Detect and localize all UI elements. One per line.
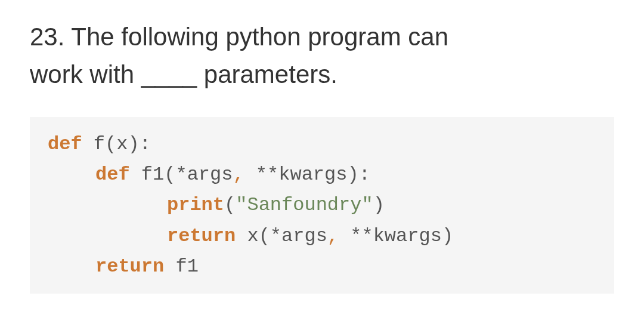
question-line2: work with ____ parameters. [30,60,338,88]
code-text: **kwargs): [244,164,370,186]
code-text: **kwargs) [339,225,453,247]
code-block: def f(x): def f1(*args, **kwargs): print… [30,117,614,294]
question-line1: The following python program can [71,23,448,51]
keyword-return: return [167,225,236,247]
code-text: f1(*args [130,164,233,186]
keyword-def: def [48,133,82,155]
keyword-return: return [95,255,164,277]
code-text: ( [224,194,236,216]
string-literal: "Sanfoundry" [236,194,373,216]
code-line-2: def f1(*args, **kwargs): [48,159,596,190]
code-line-5: return f1 [48,251,596,282]
code-line-3: print("Sanfoundry") [48,190,596,220]
code-text: x(*args [236,225,327,247]
question-number: 23. [30,23,64,51]
keyword-def: def [95,164,130,186]
comma: , [233,164,244,186]
code-text: f(x): [82,133,151,155]
builtin-print: print [167,194,224,216]
code-line-1: def f(x): [48,129,596,159]
question-text: 23. The following python program can wor… [30,18,614,93]
code-line-4: return x(*args, **kwargs) [48,221,596,251]
comma: , [327,225,339,247]
code-text: ) [373,194,385,216]
code-text: f1 [164,255,199,277]
